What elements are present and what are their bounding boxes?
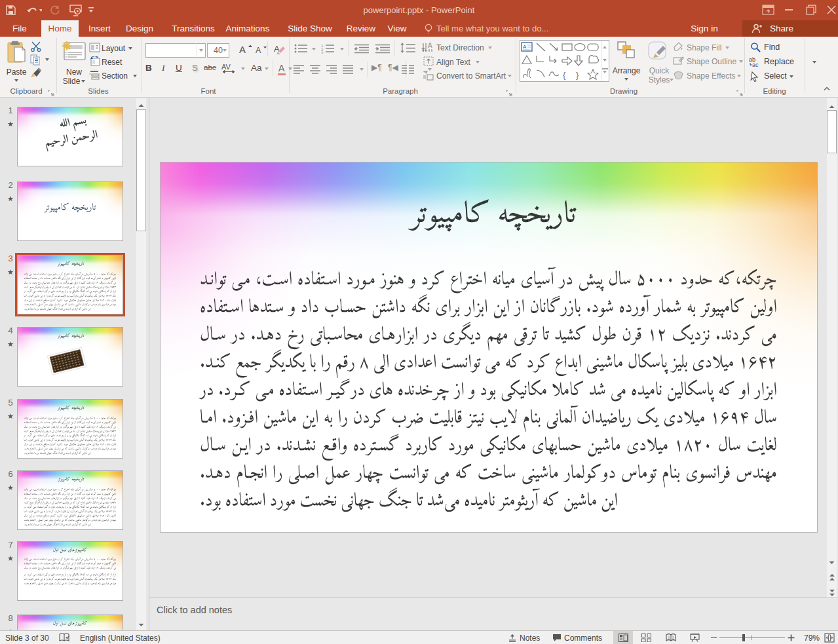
svg-text:AV: AV <box>221 63 231 71</box>
svg-text:A: A <box>428 42 432 49</box>
svg-text:A: A <box>256 46 261 55</box>
svg-text:}: } <box>576 70 579 80</box>
svg-text:ac: ac <box>752 62 759 67</box>
svg-text:{: { <box>563 70 566 80</box>
svg-text:A: A <box>239 44 246 55</box>
svg-text:A: A <box>274 44 280 54</box>
svg-text:A: A <box>523 44 527 50</box>
svg-text:3: 3 <box>321 51 324 54</box>
